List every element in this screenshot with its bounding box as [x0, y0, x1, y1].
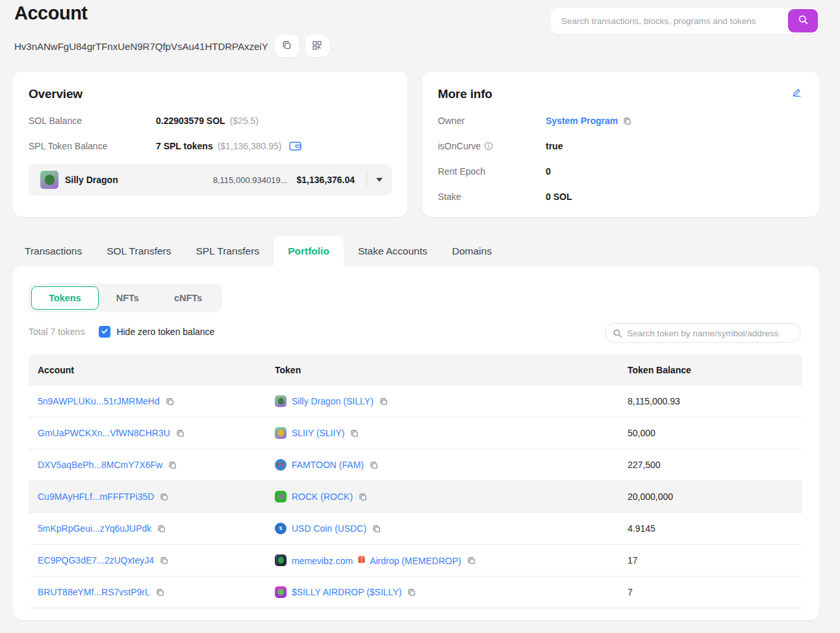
hide-zero-checkbox[interactable]	[99, 326, 110, 338]
copy-icon[interactable]	[369, 460, 379, 470]
copy-icon	[281, 40, 292, 53]
famtoon-glyph: FT	[277, 462, 284, 467]
value-sub-text: ($25.5)	[230, 116, 259, 126]
token-link[interactable]: Silly Dragon (SILLY)	[292, 396, 374, 406]
token-cell: memevibz.com Airdrop (MEMEDROP)	[266, 554, 618, 566]
column-header-token-balance: Token Balance	[618, 365, 802, 375]
account-link[interactable]: 5n9AWPLUKu...51rJMRMeHd	[38, 396, 160, 406]
copy-icon[interactable]	[372, 524, 381, 534]
token-name-part: memevibz.com	[292, 556, 355, 566]
copy-icon[interactable]	[159, 556, 169, 565]
token-table-row: Cu9MAyHFLf...mFFFTPi35DROCK (ROCK)20,000…	[29, 481, 802, 513]
subtab-tokens[interactable]: Tokens	[31, 286, 99, 310]
token-link[interactable]: ROCK (ROCK)	[292, 491, 353, 502]
copy-icon[interactable]	[159, 492, 169, 502]
copy-icon[interactable]	[157, 524, 166, 534]
more-info-row-value: 0	[546, 166, 551, 177]
sliiy-token-icon	[275, 427, 286, 439]
tab-portfolio[interactable]: Portfolio	[274, 236, 344, 266]
copy-address-button[interactable]	[275, 35, 299, 57]
label-text: isOnCurve	[438, 141, 481, 151]
tab-label: SOL Transfers	[107, 245, 171, 257]
subtab-nfts[interactable]: NFTs	[99, 286, 157, 310]
token-table-row: BRUT88eYMf...RS7vstP9rL$SILLY AIRDROP ($…	[29, 577, 802, 608]
tab-stake-accounts[interactable]: Stake Accounts	[348, 236, 438, 266]
copy-icon[interactable]	[407, 588, 416, 597]
account-link[interactable]: DXV5aqBePh...8MCmY7X6Fw	[38, 460, 162, 470]
copy-icon[interactable]	[165, 397, 175, 406]
memedrop-glyph	[278, 557, 284, 564]
tab-domains[interactable]: Domains	[442, 236, 502, 266]
hide-zero-label[interactable]: Hide zero token balance	[116, 327, 214, 337]
silly-airdrop-token-icon	[275, 586, 286, 598]
page-title: Account	[14, 3, 88, 24]
silly-dragon-glyph	[45, 175, 55, 185]
more-info-row: Rent Epoch0	[438, 166, 804, 177]
more-info-row: isOnCurvetrue	[438, 141, 804, 151]
token-link[interactable]: USD Coin (USDC)	[292, 523, 366, 534]
token-balance-cell: 8,115,000.93	[618, 396, 802, 406]
wallet-icon[interactable]	[289, 141, 301, 151]
selector-token-amount: 8,115,000.934019...	[213, 175, 288, 185]
token-table: AccountTokenToken Balance 5n9AWPLUKu...5…	[29, 354, 802, 608]
copy-icon[interactable]	[466, 556, 476, 565]
overview-row-value: 0.22903579 SOL($25.5)	[156, 116, 259, 126]
subtab-label: Tokens	[49, 293, 81, 303]
token-link[interactable]: FAMTOON (FAM)	[292, 460, 364, 470]
more-info-row-value: 0 SOL	[546, 192, 572, 202]
account-link[interactable]: 5mKpRpGeui...zYq6uJUPdk	[38, 523, 151, 534]
value-text: 0 SOL	[546, 192, 572, 202]
token-link[interactable]: $SILLY AIRDROP ($SILLY)	[292, 587, 401, 597]
token-balance-cell: 17	[618, 555, 802, 565]
subtab-cnfts[interactable]: cNFTs	[157, 286, 220, 310]
account-address-row: Hv3nANwFgU84grTFnxUeN9R7QfpVsAu41HTDRPAx…	[14, 35, 329, 57]
owner-link[interactable]: System Program	[546, 116, 618, 126]
account-link[interactable]: GmUaPWCKXn...VfWN8CHR3U	[38, 428, 170, 438]
search-icon	[613, 329, 622, 338]
copy-icon[interactable]	[379, 397, 388, 406]
token-link[interactable]: memevibz.com Airdrop (MEMEDROP)	[292, 554, 461, 566]
copy-icon[interactable]	[358, 492, 368, 502]
account-cell: DXV5aqBePh...8MCmY7X6Fw	[29, 460, 266, 470]
token-link[interactable]: SLIIY (SLIIY)	[292, 428, 344, 438]
token-balance-cell: 20,000,000	[618, 491, 802, 502]
more-info-row-label: Rent Epoch	[438, 166, 546, 177]
more-info-row-label: isOnCurve	[438, 141, 546, 151]
tab-spl-transfers[interactable]: SPL Transfers	[186, 236, 270, 266]
sliiy-glyph	[278, 430, 284, 436]
copy-icon[interactable]	[175, 428, 185, 438]
token-list-meta: Total 7 tokens Hide zero token balance	[29, 326, 214, 338]
token-balance-cell: 227,500	[618, 460, 802, 470]
search-button[interactable]	[788, 9, 818, 32]
copy-icon[interactable]	[350, 428, 359, 438]
account-cell: EC9PQG3dE7...2zUQxteyJ4	[29, 555, 266, 565]
token-table-row: EC9PQG3dE7...2zUQxteyJ4memevibz.com Aird…	[29, 545, 802, 577]
portfolio-subtabs: TokensNFTscNFTs	[29, 284, 222, 312]
copy-icon[interactable]	[155, 588, 165, 597]
overview-row: SPL Token Balance7 SPL tokens($1,136,380…	[29, 141, 392, 151]
usdc-token-icon: $	[275, 523, 286, 534]
token-cell: Silly Dragon (SILLY)	[266, 395, 618, 407]
account-link[interactable]: Cu9MAyHFLf...mFFFTPi35D	[38, 491, 154, 502]
tab-sol-transfers[interactable]: SOL Transfers	[96, 236, 181, 266]
copy-icon[interactable]	[622, 116, 632, 126]
selector-token-name: Silly Dragon	[65, 175, 118, 185]
rock-glyph	[278, 493, 284, 500]
more-info-row-label: Stake	[438, 192, 546, 202]
copy-icon[interactable]	[168, 460, 177, 470]
tab-label: Portfolio	[288, 245, 329, 257]
account-tabs: TransactionsSOL TransfersSPL TransfersPo…	[14, 236, 506, 266]
tab-label: Domains	[452, 245, 492, 257]
edit-button[interactable]	[792, 87, 802, 99]
qr-code-button[interactable]	[305, 35, 329, 57]
token-cell: ROCK (ROCK)	[266, 491, 618, 503]
token-search-input[interactable]	[627, 329, 800, 338]
account-link[interactable]: EC9PQG3dE7...2zUQxteyJ4	[38, 555, 154, 565]
global-search-input[interactable]	[551, 16, 788, 26]
info-icon	[484, 142, 493, 151]
token-selector-dropdown[interactable]: Silly Dragon 8,115,000.934019... $1,136,…	[29, 164, 392, 195]
tab-transactions[interactable]: Transactions	[14, 236, 92, 266]
account-link[interactable]: BRUT88eYMf...RS7vstP9rL	[38, 587, 150, 597]
account-cell: 5n9AWPLUKu...51rJMRMeHd	[29, 396, 266, 406]
checkmark-icon	[101, 327, 108, 337]
